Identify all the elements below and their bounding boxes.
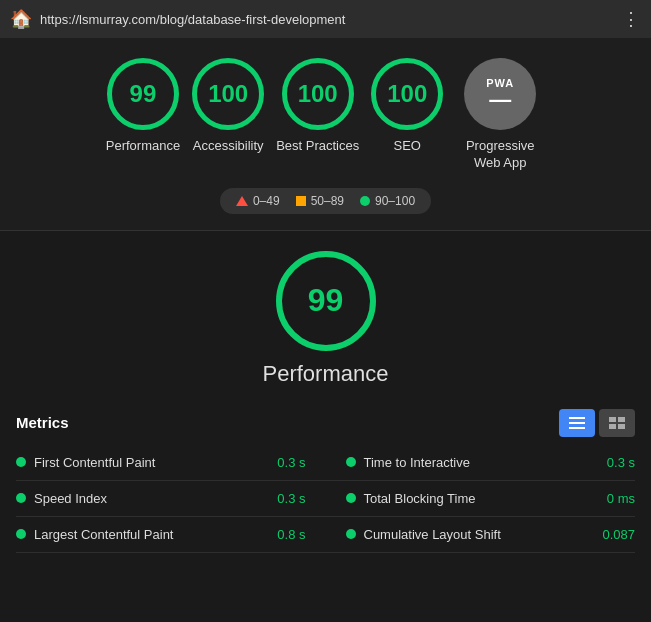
url-bar: https://lsmurray.com/blog/database-first…	[40, 12, 614, 27]
score-circle-accessibility: 100	[192, 58, 264, 130]
metric-row-tti: Time to Interactive 0.3 s	[326, 445, 636, 481]
legend-bar: 0–49 50–89 90–100	[10, 188, 641, 214]
metric-row-tbt: Total Blocking Time 0 ms	[326, 481, 636, 517]
toggle-grid-button[interactable]	[599, 409, 635, 437]
score-circle-best-practices: 100	[282, 58, 354, 130]
legend-range-orange: 50–89	[311, 194, 344, 208]
metric-dot-si	[16, 493, 26, 503]
score-item-pwa[interactable]: PWA — Progressive Web App	[455, 58, 545, 172]
toggle-list-button[interactable]	[559, 409, 595, 437]
perf-big-score: 99	[308, 282, 344, 319]
top-bar: 🏠 https://lsmurray.com/blog/database-fir…	[0, 0, 651, 38]
metric-row-si: Speed Index 0.3 s	[16, 481, 326, 517]
score-item-best-practices[interactable]: 100 Best Practices	[276, 58, 359, 155]
orange-square-icon	[296, 196, 306, 206]
score-value-performance: 99	[130, 80, 157, 108]
metric-value-tbt: 0 ms	[607, 491, 635, 506]
metric-dot-cls	[346, 529, 356, 539]
legend-item-orange: 50–89	[296, 194, 344, 208]
score-value-seo: 100	[387, 80, 427, 108]
svg-rect-4	[618, 417, 625, 422]
score-value-accessibility: 100	[208, 80, 248, 108]
score-label-pwa: Progressive Web App	[455, 138, 545, 172]
svg-rect-2	[569, 427, 585, 429]
svg-rect-3	[609, 417, 616, 422]
score-item-seo[interactable]: 100 SEO	[371, 58, 443, 155]
perf-detail-section: 99 Performance	[0, 231, 651, 397]
svg-rect-5	[609, 424, 616, 429]
metrics-header: Metrics	[16, 409, 635, 437]
score-circle-performance: 99	[107, 58, 179, 130]
score-item-performance[interactable]: 99 Performance	[106, 58, 180, 155]
legend-item-red: 0–49	[236, 194, 280, 208]
metrics-toggle	[559, 409, 635, 437]
score-label-performance: Performance	[106, 138, 180, 155]
metric-row-fcp: First Contentful Paint 0.3 s	[16, 445, 326, 481]
metric-name-lcp: Largest Contentful Paint	[34, 527, 269, 542]
metric-dot-tti	[346, 457, 356, 467]
metric-dot-lcp	[16, 529, 26, 539]
metric-row-lcp: Largest Contentful Paint 0.8 s	[16, 517, 326, 553]
legend-range-green: 90–100	[375, 194, 415, 208]
pwa-dash: —	[489, 89, 511, 111]
metrics-section: Metrics First Conte	[0, 397, 651, 553]
score-circle-pwa: PWA —	[464, 58, 536, 130]
menu-dots[interactable]: ⋮	[622, 8, 641, 30]
score-item-accessibility[interactable]: 100 Accessibility	[192, 58, 264, 155]
metric-name-cls: Cumulative Layout Shift	[364, 527, 595, 542]
metrics-title: Metrics	[16, 414, 69, 431]
metric-value-fcp: 0.3 s	[277, 455, 305, 470]
site-icon: 🏠	[10, 8, 32, 30]
metric-value-tti: 0.3 s	[607, 455, 635, 470]
metrics-grid: First Contentful Paint 0.3 s Time to Int…	[16, 445, 635, 553]
score-label-seo: SEO	[394, 138, 421, 155]
svg-rect-0	[569, 417, 585, 419]
perf-detail-title: Performance	[263, 361, 389, 387]
metric-dot-fcp	[16, 457, 26, 467]
score-label-accessibility: Accessibility	[193, 138, 264, 155]
metric-value-cls: 0.087	[602, 527, 635, 542]
metric-dot-tbt	[346, 493, 356, 503]
svg-rect-1	[569, 422, 585, 424]
score-circle-seo: 100	[371, 58, 443, 130]
score-label-best-practices: Best Practices	[276, 138, 359, 155]
grid-icon	[609, 417, 625, 429]
perf-big-circle: 99	[276, 251, 376, 351]
metric-name-si: Speed Index	[34, 491, 269, 506]
red-triangle-icon	[236, 196, 248, 206]
metric-value-si: 0.3 s	[277, 491, 305, 506]
score-value-best-practices: 100	[298, 80, 338, 108]
scores-section: 99 Performance 100 Accessibility 100 Bes…	[0, 38, 651, 231]
legend-item-green: 90–100	[360, 194, 415, 208]
green-dot-icon	[360, 196, 370, 206]
metric-value-lcp: 0.8 s	[277, 527, 305, 542]
svg-rect-6	[618, 424, 625, 429]
metric-name-tbt: Total Blocking Time	[364, 491, 599, 506]
metric-row-cls: Cumulative Layout Shift 0.087	[326, 517, 636, 553]
list-lines-icon	[569, 417, 585, 429]
legend-pill: 0–49 50–89 90–100	[220, 188, 431, 214]
scores-row: 99 Performance 100 Accessibility 100 Bes…	[10, 58, 641, 172]
metric-name-fcp: First Contentful Paint	[34, 455, 269, 470]
legend-range-red: 0–49	[253, 194, 280, 208]
metric-name-tti: Time to Interactive	[364, 455, 599, 470]
